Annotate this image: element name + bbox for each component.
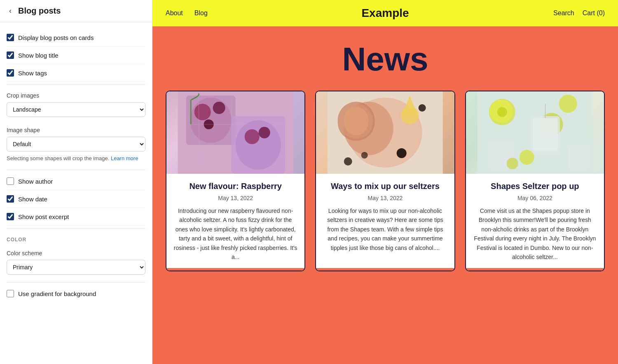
svg-point-4 (213, 102, 225, 114)
color-scheme-select[interactable]: Primary Secondary Tertiary (7, 260, 145, 275)
display-cards-label[interactable]: Display blog posts on cards (18, 34, 94, 41)
preview-nav: About Blog Example Search Cart (0) (152, 0, 618, 26)
show-date-label[interactable]: Show date (18, 196, 47, 203)
card-excerpt-2: Looking for ways to mix up our non-alcoh… (323, 206, 447, 252)
card-title-2: Ways to mix up our seltzers (331, 181, 440, 191)
nav-brand: Example (361, 7, 409, 20)
color-scheme-group: Color scheme Primary Secondary Tertiary (7, 245, 145, 280)
panel-header: ‹ Blog posts (0, 0, 152, 22)
show-excerpt-checkbox[interactable] (7, 213, 14, 220)
display-cards-checkbox[interactable] (7, 34, 14, 41)
card-title-1: New flavour: Raspberry (189, 181, 282, 191)
svg-point-23 (344, 157, 352, 166)
checkbox-show-tags: Show tags (7, 64, 145, 82)
preview-content: News (152, 26, 618, 364)
image-shape-label: Image shape (7, 127, 145, 133)
cards-grid: New flavour: Raspberry May 13, 2022 Intr… (166, 91, 605, 271)
divider-4 (7, 282, 145, 282)
image-shape-group: Image shape Default Rounded Circle Selec… (7, 122, 145, 167)
learn-more-link[interactable]: Learn more (111, 155, 138, 161)
divider-1 (7, 84, 145, 85)
show-author-label[interactable]: Show author (18, 178, 53, 185)
crop-images-select[interactable]: Landscape Portrait Square Circle (7, 102, 145, 117)
blog-card-3[interactable]: Shapes Seltzer pop up May 06, 2022 Come … (465, 91, 605, 271)
panel-title: Blog posts (18, 6, 61, 16)
show-tags-checkbox[interactable] (7, 69, 14, 77)
settings-panel: ‹ Blog posts Display blog posts on cards… (0, 0, 152, 364)
checkbox-show-date: Show date (7, 190, 145, 208)
svg-point-25 (419, 104, 426, 112)
news-heading: News (166, 43, 605, 76)
svg-rect-6 (190, 100, 192, 124)
nav-blog[interactable]: Blog (194, 9, 208, 17)
card-image-3 (466, 91, 604, 174)
card-footer-3 (466, 268, 604, 271)
card-body-3: Shapes Seltzer pop up May 06, 2022 Come … (466, 174, 604, 268)
svg-point-22 (401, 106, 419, 124)
svg-point-20 (344, 107, 369, 135)
nav-links: About Blog (166, 9, 208, 17)
checkbox-show-title: Show blog title (7, 47, 145, 64)
back-button[interactable]: ‹ (7, 6, 14, 16)
checkbox-display-cards: Display blog posts on cards (7, 29, 145, 47)
card-date-3: May 06, 2022 (517, 195, 552, 201)
nav-search[interactable]: Search (553, 9, 574, 17)
crop-images-group: Crop images Landscape Portrait Square Ci… (7, 87, 145, 122)
show-title-label[interactable]: Show blog title (18, 52, 59, 59)
checkbox-show-excerpt: Show post excerpt (7, 208, 145, 226)
blog-card-1[interactable]: New flavour: Raspberry May 13, 2022 Intr… (166, 91, 305, 271)
use-gradient-label[interactable]: Use gradient for background (18, 290, 96, 297)
card-excerpt-3: Come visit us at the Shapes popup store … (473, 206, 597, 261)
svg-point-39 (506, 158, 518, 169)
card-image-1 (166, 91, 304, 174)
show-title-checkbox[interactable] (7, 51, 14, 59)
svg-point-9 (245, 129, 260, 144)
show-tags-label[interactable]: Show tags (18, 70, 47, 77)
checkbox-use-gradient: Use gradient for background (7, 285, 145, 302)
svg-point-30 (497, 107, 507, 117)
card-title-3: Shapes Seltzer pop up (491, 181, 579, 191)
show-date-checkbox[interactable] (7, 195, 14, 203)
show-excerpt-label[interactable]: Show post excerpt (18, 213, 69, 220)
checkbox-show-author: Show author (7, 173, 145, 190)
svg-point-32 (559, 95, 577, 113)
svg-point-3 (194, 104, 211, 120)
color-scheme-label: Color scheme (7, 250, 145, 257)
panel-body: Display blog posts on cards Show blog ti… (0, 22, 152, 309)
nav-actions: Search Cart (0) (553, 9, 605, 17)
card-date-1: May 13, 2022 (218, 195, 253, 201)
svg-point-24 (397, 148, 407, 158)
card-body-1: New flavour: Raspberry May 13, 2022 Intr… (166, 174, 304, 268)
card-footer-2 (316, 268, 454, 271)
color-section-label: COLOR (7, 237, 145, 243)
crop-images-label: Crop images (7, 92, 145, 99)
card-image-2 (316, 91, 454, 174)
nav-cart[interactable]: Cart (0) (583, 9, 605, 17)
blog-card-2[interactable]: Ways to mix up our seltzers May 13, 2022… (315, 91, 455, 271)
svg-rect-34 (533, 118, 557, 151)
svg-point-26 (361, 152, 368, 159)
card-footer-1 (166, 268, 304, 271)
svg-rect-37 (568, 145, 588, 170)
nav-about[interactable]: About (166, 9, 183, 17)
divider-2 (7, 170, 145, 170)
show-author-checkbox[interactable] (7, 177, 14, 185)
preview-panel: About Blog Example Search Cart (0) News (152, 0, 618, 364)
card-body-2: Ways to mix up our seltzers May 13, 2022… (316, 174, 454, 268)
divider-3 (7, 228, 145, 229)
use-gradient-checkbox[interactable] (7, 290, 14, 297)
helper-text: Selecting some shapes will crop the imag… (7, 155, 145, 162)
image-shape-select[interactable]: Default Rounded Circle (7, 137, 145, 152)
svg-point-10 (259, 127, 270, 138)
card-excerpt-1: Introducing our new raspberry flavoured … (173, 206, 298, 261)
svg-point-38 (519, 150, 534, 165)
card-date-2: May 13, 2022 (368, 195, 403, 201)
svg-point-8 (236, 120, 281, 170)
